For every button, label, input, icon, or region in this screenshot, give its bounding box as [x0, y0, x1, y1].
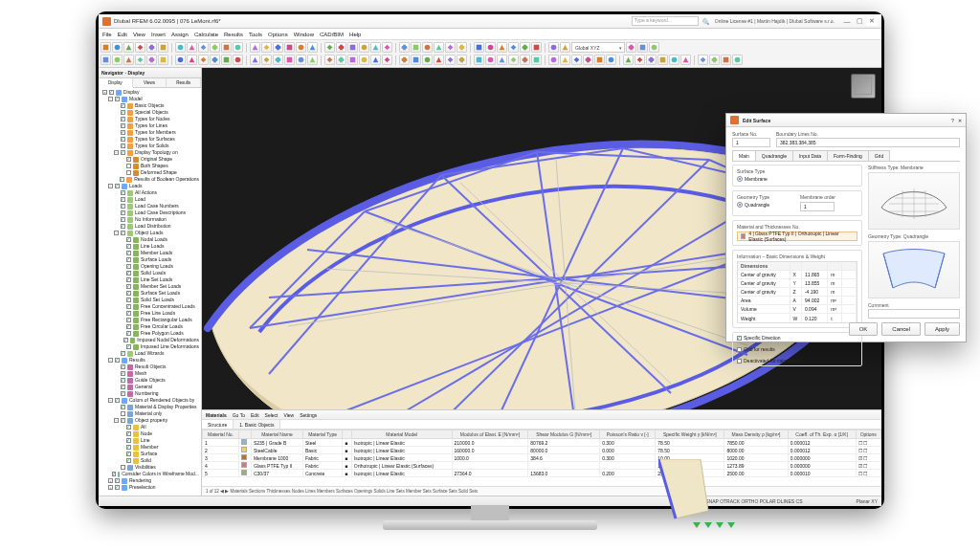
tree-checkbox[interactable]	[112, 472, 115, 476]
tree-item[interactable]: All Actions	[100, 189, 199, 196]
tree-item[interactable]: Types for Lines	[100, 122, 199, 129]
toolbar-button[interactable]	[485, 55, 496, 65]
checkbox-grid-results[interactable]: Grid for results	[737, 346, 858, 352]
toolbar-button[interactable]	[422, 55, 433, 65]
toolbar-button[interactable]	[657, 55, 668, 65]
toolbar-button[interactable]	[626, 42, 636, 53]
materials-pager[interactable]: 1 of 12 ◀ ▶ Materials Sections Thickness…	[206, 489, 478, 494]
materials-cell[interactable]: ☐ ☐	[856, 470, 880, 477]
toolbar-button[interactable]	[445, 55, 456, 65]
materials-tab[interactable]: 1. Basic Objects	[234, 420, 280, 429]
tree-checkbox[interactable]	[121, 130, 125, 135]
dialog-tab-formfinding[interactable]: Form-Finding	[827, 150, 869, 161]
tree-item[interactable]: Free Concentrated Loads	[100, 303, 199, 310]
toolbar-button[interactable]	[637, 42, 648, 53]
toolbar-button[interactable]	[100, 42, 111, 53]
nav-tab-display[interactable]: Display	[99, 78, 133, 88]
menu-insert[interactable]: Insert	[151, 32, 166, 37]
tree-checkbox[interactable]	[126, 445, 131, 450]
materials-cell[interactable]	[528, 462, 600, 470]
tree-checkbox[interactable]	[126, 291, 131, 296]
toolbar-button[interactable]	[336, 55, 346, 65]
search-icon[interactable]: 🔍	[702, 18, 709, 25]
toolbar-button[interactable]	[273, 42, 283, 53]
materials-col-header[interactable]: Coeff. of Th. Exp. α [1/K]	[788, 430, 856, 439]
toolbar-button[interactable]	[474, 42, 484, 53]
toolbar-button[interactable]	[370, 42, 381, 53]
materials-cell[interactable]: Isotropic | Linear Elastic	[351, 439, 452, 447]
tree-toggle-icon[interactable]: −	[108, 358, 113, 363]
materials-cell[interactable]: 0.000012	[788, 447, 856, 454]
toolbar-button[interactable]	[485, 42, 496, 53]
tree-checkbox[interactable]	[126, 324, 131, 329]
materials-col-header[interactable]: Material Type	[302, 430, 342, 439]
tree-item[interactable]: −Model	[100, 96, 199, 102]
tree-checkbox[interactable]	[121, 117, 125, 121]
tree-item[interactable]: Special Objects	[100, 109, 199, 116]
tree-item[interactable]: Types for Solids	[100, 143, 199, 149]
materials-cell[interactable]: 0.000	[600, 447, 656, 454]
materials-cell[interactable]: 1020.00	[724, 454, 788, 462]
tree-item[interactable]: −Colors of Rendered Objects by	[100, 397, 199, 404]
tree-item[interactable]: Surface	[100, 451, 199, 457]
toolbar-button[interactable]	[261, 42, 272, 53]
tree-item[interactable]: Load	[100, 196, 199, 203]
tree-checkbox[interactable]	[121, 210, 125, 215]
materials-cell[interactable]: 0.000012	[788, 439, 856, 447]
toolbar-button[interactable]	[680, 55, 691, 65]
materials-cell[interactable]: 13683.0	[528, 470, 600, 477]
tree-checkbox[interactable]	[121, 123, 125, 128]
tree-toggle-icon[interactable]: −	[108, 398, 113, 403]
materials-cell[interactable]: 0.300	[600, 439, 656, 447]
tree-checkbox[interactable]	[121, 385, 125, 389]
tree-checkbox[interactable]	[126, 237, 131, 242]
toolbar-button[interactable]	[669, 55, 679, 65]
toolbar-button[interactable]	[273, 55, 283, 65]
tree-item[interactable]: Types for Surfaces	[100, 136, 199, 143]
dialog-tab-grid[interactable]: Grid	[868, 150, 890, 161]
materials-cell[interactable]	[238, 447, 251, 454]
materials-cell[interactable]: 1273.89	[724, 462, 788, 470]
toolbar-button[interactable]	[497, 42, 507, 53]
tree-checkbox[interactable]	[126, 304, 131, 309]
menu-cadbim[interactable]: CAD/BIM	[320, 32, 344, 37]
tree-toggle-icon[interactable]: −	[108, 184, 113, 188]
toolbar-button[interactable]	[370, 55, 381, 65]
tree-item[interactable]: Load Case Numbers	[100, 203, 199, 209]
tree-checkbox[interactable]	[121, 391, 125, 396]
tree-item[interactable]: Line Loads	[100, 243, 199, 250]
tree-toggle-icon[interactable]: +	[108, 485, 113, 490]
materials-cell[interactable]: C30/37	[251, 470, 302, 477]
tree-item[interactable]: −Loads	[100, 183, 199, 189]
tree-item[interactable]: Nodal Loads	[100, 236, 199, 243]
toolbar-button[interactable]	[112, 42, 122, 53]
toolbar-button[interactable]	[560, 55, 570, 65]
menu-calculate[interactable]: Calculate	[194, 32, 218, 37]
tree-item[interactable]: Imposed Nodal Deformations	[100, 337, 199, 343]
tree-checkbox[interactable]	[126, 318, 131, 322]
materials-cell[interactable]: 80769.2	[528, 439, 600, 447]
materials-cell[interactable]: Concrete	[302, 470, 342, 477]
tree-checkbox[interactable]	[121, 150, 125, 155]
toolbar-button[interactable]	[594, 55, 605, 65]
boundary-lines-input[interactable]: 382,383,384,385	[776, 138, 960, 147]
tree-checkbox[interactable]	[121, 378, 125, 383]
tree-item[interactable]: Member	[100, 444, 199, 451]
toolbar-button[interactable]	[123, 55, 134, 65]
materials-cell[interactable]: Orthotropic | Linear Elastic (Surfaces)	[351, 462, 452, 470]
tree-item[interactable]: Basic Objects	[100, 102, 199, 109]
tree-item[interactable]: General	[100, 384, 199, 390]
menu-results[interactable]: Results	[224, 32, 243, 37]
materials-tab[interactable]: Structure	[202, 420, 234, 429]
materials-cell[interactable]	[238, 462, 251, 470]
search-input[interactable]: Type a keyword...	[632, 16, 699, 26]
toolbar-button[interactable]	[261, 55, 272, 65]
tree-checkbox[interactable]	[115, 184, 120, 188]
tree-checkbox[interactable]	[126, 331, 131, 336]
tree-checkbox[interactable]	[126, 257, 131, 262]
toolbar-button[interactable]	[221, 55, 232, 65]
tree-checkbox[interactable]	[126, 284, 131, 289]
materials-cell[interactable]: 384.6	[528, 454, 600, 462]
toolbar-button[interactable]	[548, 55, 559, 65]
menu-help[interactable]: Help	[349, 32, 361, 37]
